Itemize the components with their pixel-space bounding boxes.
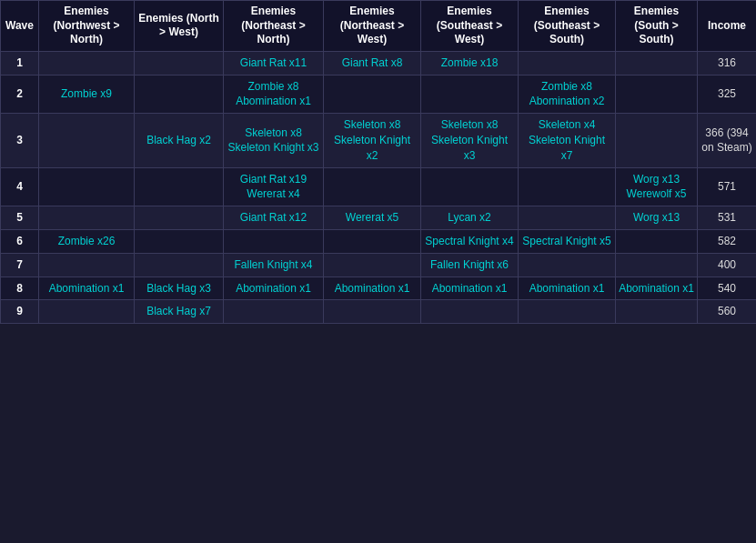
cell-enemy-n_w bbox=[135, 253, 224, 277]
cell-enemy-se_w bbox=[421, 75, 519, 114]
cell-enemy-n_w bbox=[135, 206, 224, 230]
cell-wave: 6 bbox=[1, 229, 39, 253]
cell-enemy-ne_n: Zombie x8Abomination x1 bbox=[224, 75, 324, 114]
cell-enemy-s_s bbox=[616, 75, 698, 114]
table-row: 8Abomination x1Black Hag x3Abomination x… bbox=[1, 277, 757, 300]
cell-enemy-s_s: Worg x13 bbox=[616, 206, 698, 230]
cell-enemy-nw_n bbox=[39, 206, 135, 230]
header-income: Income bbox=[698, 1, 757, 52]
cell-enemy-n_w: Black Hag x7 bbox=[135, 300, 224, 324]
cell-enemy-nw_n bbox=[39, 51, 135, 75]
cell-enemy-se_s bbox=[519, 167, 616, 206]
cell-enemy-se_s bbox=[519, 253, 616, 277]
cell-enemy-ne_w bbox=[324, 229, 421, 253]
cell-wave: 7 bbox=[1, 253, 39, 277]
cell-income: 540 bbox=[698, 277, 757, 300]
cell-enemy-n_w bbox=[135, 229, 224, 253]
cell-enemy-n_w: Black Hag x2 bbox=[135, 114, 224, 167]
cell-enemy-s_s bbox=[616, 300, 698, 324]
cell-enemy-ne_w bbox=[324, 75, 421, 114]
cell-enemy-ne_w bbox=[324, 167, 421, 206]
cell-enemy-n_w: Black Hag x3 bbox=[135, 277, 224, 300]
header-se-w: Enemies (Southeast > West) bbox=[421, 1, 519, 52]
cell-enemy-ne_w: Skeleton x8Skeleton Knight x2 bbox=[324, 114, 421, 167]
cell-enemy-se_w: Skeleton x8Skeleton Knight x3 bbox=[421, 114, 519, 167]
cell-enemy-ne_n bbox=[224, 229, 324, 253]
cell-wave: 9 bbox=[1, 300, 39, 324]
cell-enemy-se_w: Spectral Knight x4 bbox=[421, 229, 519, 253]
cell-enemy-s_s bbox=[616, 114, 698, 167]
cell-income: 316 bbox=[698, 51, 757, 75]
cell-income: 366 (394 on Steam) bbox=[698, 114, 757, 167]
cell-enemy-se_s bbox=[519, 300, 616, 324]
cell-wave: 5 bbox=[1, 206, 39, 230]
cell-enemy-ne_w bbox=[324, 300, 421, 324]
table-row: 5Giant Rat x12Wererat x5Lycan x2Worg x13… bbox=[1, 206, 757, 230]
cell-enemy-s_s: Worg x13Werewolf x5 bbox=[616, 167, 698, 206]
cell-enemy-ne_n: Fallen Knight x4 bbox=[224, 253, 324, 277]
table-row: 3Black Hag x2Skeleton x8Skeleton Knight … bbox=[1, 114, 757, 167]
cell-wave: 4 bbox=[1, 167, 39, 206]
table-row: 2Zombie x9Zombie x8Abomination x1Zombie … bbox=[1, 75, 757, 114]
cell-income: 531 bbox=[698, 206, 757, 230]
table-row: 6Zombie x26Spectral Knight x4Spectral Kn… bbox=[1, 229, 757, 253]
cell-enemy-ne_w: Wererat x5 bbox=[324, 206, 421, 230]
cell-income: 560 bbox=[698, 300, 757, 324]
cell-enemy-nw_n bbox=[39, 300, 135, 324]
cell-enemy-se_w: Lycan x2 bbox=[421, 206, 519, 230]
cell-enemy-se_s bbox=[519, 51, 616, 75]
cell-enemy-se_s bbox=[519, 206, 616, 230]
cell-enemy-s_s: Abomination x1 bbox=[616, 277, 698, 300]
table-row: 9Black Hag x7560 bbox=[1, 300, 757, 324]
cell-enemy-se_s: Abomination x1 bbox=[519, 277, 616, 300]
cell-enemy-ne_n: Giant Rat x11 bbox=[224, 51, 324, 75]
cell-enemy-n_w bbox=[135, 167, 224, 206]
table-row: 1Giant Rat x11Giant Rat x8Zombie x18316 bbox=[1, 51, 757, 75]
cell-wave: 3 bbox=[1, 114, 39, 167]
header-se-s: Enemies (Southeast > South) bbox=[519, 1, 616, 52]
cell-wave: 2 bbox=[1, 75, 39, 114]
cell-enemy-nw_n: Zombie x9 bbox=[39, 75, 135, 114]
cell-enemy-n_w bbox=[135, 51, 224, 75]
cell-enemy-se_w: Abomination x1 bbox=[421, 277, 519, 300]
cell-enemy-se_s: Spectral Knight x5 bbox=[519, 229, 616, 253]
cell-enemy-ne_n: Skeleton x8Skeleton Knight x3 bbox=[224, 114, 324, 167]
cell-income: 400 bbox=[698, 253, 757, 277]
cell-income: 571 bbox=[698, 167, 757, 206]
header-wave: Wave bbox=[1, 1, 39, 52]
cell-income: 582 bbox=[698, 229, 757, 253]
cell-enemy-se_s: Zombie x8Abomination x2 bbox=[519, 75, 616, 114]
cell-enemy-ne_n: Giant Rat x19Wererat x4 bbox=[224, 167, 324, 206]
cell-enemy-nw_n bbox=[39, 167, 135, 206]
cell-wave: 1 bbox=[1, 51, 39, 75]
table-row: 7Fallen Knight x4Fallen Knight x6400 bbox=[1, 253, 757, 277]
cell-enemy-ne_n: Giant Rat x12 bbox=[224, 206, 324, 230]
cell-enemy-s_s bbox=[616, 229, 698, 253]
cell-enemy-se_w bbox=[421, 167, 519, 206]
cell-wave: 8 bbox=[1, 277, 39, 300]
cell-enemy-ne_w: Abomination x1 bbox=[324, 277, 421, 300]
cell-enemy-se_w bbox=[421, 300, 519, 324]
cell-enemy-se_w: Fallen Knight x6 bbox=[421, 253, 519, 277]
header-ne-n: Enemies (Northeast > North) bbox=[224, 1, 324, 52]
cell-enemy-nw_n: Abomination x1 bbox=[39, 277, 135, 300]
cell-enemy-s_s bbox=[616, 253, 698, 277]
cell-enemy-nw_n bbox=[39, 114, 135, 167]
cell-enemy-ne_n bbox=[224, 300, 324, 324]
cell-enemy-n_w bbox=[135, 75, 224, 114]
header-ne-w: Enemies (Northeast > West) bbox=[324, 1, 421, 52]
cell-enemy-ne_w: Giant Rat x8 bbox=[324, 51, 421, 75]
table-row: 4Giant Rat x19Wererat x4Worg x13Werewolf… bbox=[1, 167, 757, 206]
cell-enemy-ne_w bbox=[324, 253, 421, 277]
cell-enemy-nw_n bbox=[39, 253, 135, 277]
cell-enemy-s_s bbox=[616, 51, 698, 75]
header-nw-n: Enemies (Northwest > North) bbox=[39, 1, 135, 52]
cell-enemy-se_w: Zombie x18 bbox=[421, 51, 519, 75]
cell-enemy-se_s: Skeleton x4Skeleton Knight x7 bbox=[519, 114, 616, 167]
header-s-s: Enemies (South > South) bbox=[616, 1, 698, 52]
cell-enemy-nw_n: Zombie x26 bbox=[39, 229, 135, 253]
cell-enemy-ne_n: Abomination x1 bbox=[224, 277, 324, 300]
cell-income: 325 bbox=[698, 75, 757, 114]
header-n-w: Enemies (North > West) bbox=[135, 1, 224, 52]
